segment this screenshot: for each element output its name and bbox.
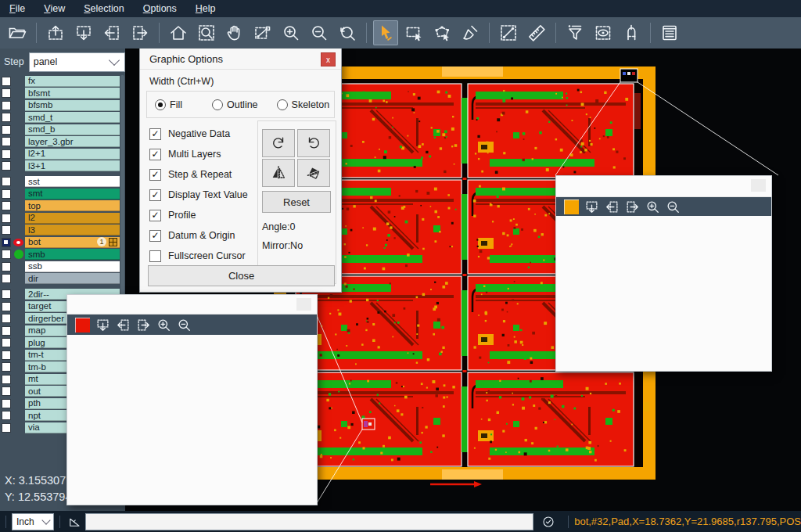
layer-checkbox[interactable] — [2, 113, 11, 122]
magnifier-title-bar[interactable] — [556, 176, 771, 197]
pan-right-button[interactable] — [133, 316, 153, 333]
layer-checkbox[interactable] — [2, 411, 11, 420]
pan-up-button[interactable] — [72, 316, 92, 333]
layer-name-chip[interactable]: layer_3.gbr — [25, 136, 120, 147]
menu-selection[interactable]: Selection — [74, 0, 133, 17]
pan-left-button[interactable] — [99, 20, 124, 45]
layer-name-chip[interactable]: bfsmt — [25, 88, 120, 99]
layer-checkbox[interactable] — [2, 302, 11, 311]
checkbox-multi-layers[interactable]: ✓Multi Layers — [149, 144, 248, 164]
pan-down-button[interactable] — [92, 316, 113, 333]
layer-checkbox[interactable] — [2, 262, 11, 271]
layer-row-l3+1[interactable]: l3+1 — [0, 160, 125, 173]
pan-right-button[interactable] — [128, 20, 153, 45]
layer-row-l3[interactable]: l3 — [0, 225, 125, 237]
layer-checkbox[interactable] — [2, 101, 11, 110]
checkbox-display-text-value[interactable]: ✓Display Text Value — [149, 185, 248, 205]
layer-name-chip[interactable]: sst — [25, 176, 120, 187]
pan-left-button[interactable] — [602, 198, 622, 215]
layer-name-chip[interactable]: fx — [25, 76, 120, 87]
radio-skeleton[interactable]: Skeleton — [277, 99, 330, 110]
magnified-pcb-view-right[interactable] — [556, 216, 770, 370]
layer-checkbox[interactable] — [2, 201, 11, 210]
magnifier-window-right[interactable] — [555, 175, 772, 372]
layer-name-chip[interactable]: smd_b — [25, 124, 120, 135]
view-area-button[interactable] — [591, 20, 616, 45]
measure-distance-button[interactable] — [496, 20, 521, 45]
layer-row-l2+1[interactable]: l2+1 — [0, 148, 125, 160]
layer-checkbox[interactable] — [2, 289, 11, 299]
home-button[interactable] — [166, 20, 191, 45]
command-input[interactable] — [85, 513, 533, 530]
checkbox-box[interactable]: ✓ — [149, 149, 161, 160]
layer-row-sst[interactable]: sst — [0, 176, 125, 189]
reset-button[interactable]: Reset — [262, 191, 331, 213]
menu-view[interactable]: View — [34, 0, 74, 17]
select-arrow-button[interactable] — [373, 20, 398, 45]
radio-outline[interactable]: Outline — [212, 99, 258, 110]
checkbox-profile[interactable]: ✓Profile — [149, 205, 248, 225]
layer-checkbox[interactable] — [2, 399, 11, 408]
pan-right-button[interactable] — [622, 198, 642, 215]
layer-checkbox[interactable] — [2, 161, 11, 171]
checkbox-box[interactable]: ✓ — [149, 189, 161, 201]
layer-name-chip[interactable]: l3+1 — [25, 160, 120, 171]
layer-checkbox[interactable] — [2, 77, 11, 86]
angle-measure-icon[interactable] — [66, 513, 83, 530]
layer-row-l2[interactable]: l2 — [0, 212, 125, 225]
menu-options[interactable]: Options — [134, 0, 186, 17]
layer-checkbox[interactable] — [2, 375, 11, 384]
checkbox-step-repeat[interactable]: ✓Step & Repeat — [149, 164, 248, 185]
zoom-window-button[interactable] — [194, 20, 219, 45]
layer-row-fx[interactable]: fx — [0, 75, 125, 88]
pan-up-button[interactable] — [43, 20, 68, 45]
layer-row-layer_3.gbr[interactable]: layer_3.gbr — [0, 136, 125, 149]
layer-name-chip[interactable]: dir — [25, 273, 120, 284]
radio-fill[interactable]: Fill — [155, 99, 182, 110]
layer-row-smd_t[interactable]: smd_t — [0, 112, 125, 124]
layer-row-ssb[interactable]: ssb — [0, 261, 125, 273]
pan-hand-button[interactable] — [222, 20, 247, 45]
layer-name-chip[interactable]: top — [25, 200, 120, 211]
checkbox-fullscreen-cursor[interactable]: Fullscreen Cursor — [149, 246, 248, 266]
checkbox-box[interactable]: ✓ — [149, 210, 161, 221]
paint-brush-button[interactable] — [458, 20, 483, 45]
zoom-in-button[interactable] — [642, 198, 663, 215]
layer-checkbox[interactable] — [2, 88, 11, 98]
flip-horizontal-button[interactable] — [262, 159, 295, 187]
pan-down-button[interactable] — [581, 198, 602, 215]
checkbox-box[interactable]: ✓ — [149, 169, 161, 181]
zoom-out-button[interactable] — [174, 316, 194, 333]
select-rectangle-button[interactable] — [401, 20, 426, 45]
layer-checkbox[interactable] — [2, 250, 11, 259]
checkbox-box[interactable]: ✓ — [149, 128, 161, 140]
layer-checkbox[interactable] — [2, 314, 11, 323]
layer-row-dir[interactable]: dir — [0, 273, 125, 286]
dialog-close-button[interactable]: x — [321, 52, 336, 66]
layer-name-chip[interactable]: l2+1 — [25, 149, 120, 160]
layer-name-chip[interactable]: l2 — [25, 213, 120, 224]
magnified-pcb-view-left[interactable] — [67, 335, 315, 504]
layer-checkbox[interactable] — [2, 189, 11, 199]
layer-checkbox[interactable] — [2, 386, 11, 396]
zoom-in-button[interactable] — [278, 20, 304, 45]
flip-vertical-button[interactable] — [297, 159, 330, 187]
layer-checkbox[interactable] — [2, 137, 11, 146]
layer-checkbox[interactable] — [2, 274, 11, 283]
layer-row-bfsmt[interactable]: bfsmt — [0, 88, 125, 100]
pan-down-button[interactable] — [71, 20, 96, 45]
magnifier-title-bar[interactable] — [67, 295, 317, 315]
layer-checkbox[interactable] — [2, 338, 11, 347]
menu-file[interactable]: File — [0, 0, 34, 17]
layer-checkbox[interactable] — [2, 125, 11, 135]
window-menu-button[interactable] — [296, 298, 311, 311]
layer-row-top[interactable]: top — [0, 200, 125, 213]
measure-polyline-button[interactable] — [250, 20, 275, 45]
checkbox-box[interactable] — [149, 250, 161, 262]
checkbox-box[interactable]: ✓ — [149, 230, 161, 242]
layer-name-chip[interactable]: smd_t — [25, 112, 120, 123]
rotate-ccw-button[interactable] — [297, 129, 330, 157]
pan-up-button[interactable] — [561, 198, 581, 215]
open-folder-button[interactable] — [5, 20, 30, 45]
layer-row-bfsmb[interactable]: bfsmb — [0, 99, 125, 112]
